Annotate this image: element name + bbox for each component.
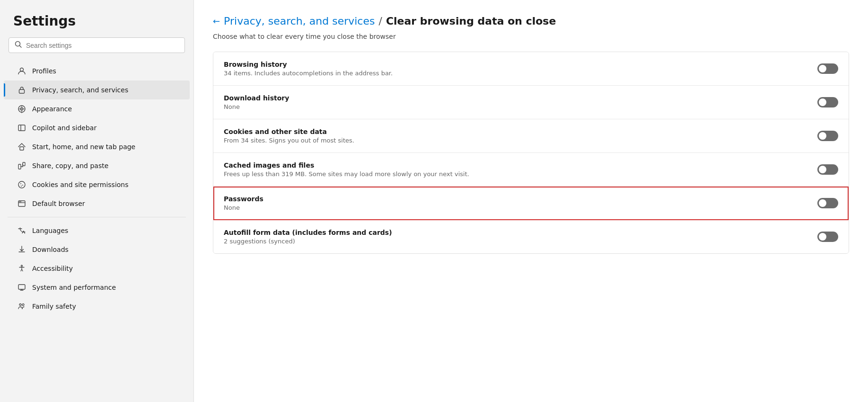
svg-point-18 (20, 201, 21, 202)
home-icon (17, 142, 26, 152)
system-icon (17, 283, 26, 292)
svg-rect-9 (18, 164, 21, 169)
svg-rect-20 (18, 285, 25, 289)
nav-list: Profiles Privacy, search, and services A… (0, 62, 193, 316)
settings-list: Browsing history 34 items. Includes auto… (213, 52, 849, 254)
setting-desc-browsing-history: 34 items. Includes autocompletions in th… (224, 70, 806, 77)
cookies-icon (17, 180, 26, 189)
setting-row-autofill: Autofill form data (includes forms and c… (213, 220, 849, 253)
sidebar-item-label: Privacy, search, and services (32, 86, 128, 94)
appearance-icon (17, 104, 26, 114)
sidebar-item-appearance[interactable]: Appearance (4, 99, 190, 118)
setting-desc-autofill: 2 suggestions (synced) (224, 238, 806, 245)
sidebar-item-label: System and performance (32, 284, 116, 291)
sidebar-item-copilot[interactable]: Copilot and sidebar (4, 118, 190, 137)
sidebar-item-label: Start, home, and new tab page (32, 143, 135, 151)
sidebar-item-downloads[interactable]: Downloads (4, 240, 190, 259)
svg-rect-3 (19, 89, 25, 93)
svg-point-17 (19, 201, 20, 202)
sidebar-item-label: Languages (32, 227, 68, 234)
svg-rect-6 (18, 125, 25, 131)
sidebar-item-languages[interactable]: Languages (4, 221, 190, 240)
sidebar-title: Settings (0, 13, 193, 37)
nav-divider (8, 217, 186, 217)
setting-row-cached-images: Cached images and files Frees up less th… (213, 153, 849, 187)
sidebar-item-default-browser[interactable]: Default browser (4, 194, 190, 213)
toggle-slider-download-history (817, 97, 838, 107)
setting-title-passwords: Passwords (224, 195, 806, 203)
svg-line-1 (20, 46, 22, 48)
sidebar-icon (17, 123, 26, 133)
toggle-browsing-history[interactable] (817, 63, 838, 74)
search-box[interactable] (9, 37, 185, 53)
toggle-slider-browsing-history (817, 63, 838, 74)
toggle-slider-passwords (817, 198, 838, 208)
sidebar-item-family[interactable]: Family safety (4, 297, 190, 316)
sidebar-item-cookies[interactable]: Cookies and site permissions (4, 175, 190, 194)
svg-rect-8 (20, 147, 24, 150)
toggle-slider-autofill (817, 232, 838, 242)
toggle-cached-images[interactable] (817, 164, 838, 175)
sidebar-item-system[interactable]: System and performance (4, 278, 190, 297)
sidebar-item-label: Appearance (32, 105, 72, 113)
downloads-icon (17, 245, 26, 254)
page-subtitle: Choose what to clear every time you clos… (213, 33, 849, 40)
toggle-cookies-site-data[interactable] (817, 131, 838, 141)
setting-desc-download-history: None (224, 103, 806, 110)
search-input[interactable] (26, 42, 179, 49)
setting-title-autofill: Autofill form data (includes forms and c… (224, 229, 806, 236)
sidebar-item-label: Share, copy, and paste (32, 162, 108, 170)
toggle-slider-cookies-site-data (817, 131, 838, 141)
svg-rect-10 (23, 162, 25, 166)
main-content: ← Privacy, search, and services / Clear … (194, 0, 868, 402)
search-icon (15, 41, 22, 50)
sidebar-item-label: Cookies and site permissions (32, 181, 129, 188)
breadcrumb-separator: / (378, 15, 382, 27)
lock-icon (17, 85, 26, 95)
toggle-download-history[interactable] (817, 97, 838, 107)
profile-icon (17, 66, 26, 76)
setting-info-download-history: Download history None (224, 94, 806, 110)
browser-icon (17, 199, 26, 208)
toggle-autofill[interactable] (817, 232, 838, 242)
sidebar-item-profiles[interactable]: Profiles (4, 62, 190, 80)
setting-row-cookies-site-data: Cookies and other site data From 34 site… (213, 119, 849, 153)
setting-desc-cached-images: Frees up less than 319 MB. Some sites ma… (224, 170, 806, 178)
sidebar-item-label: Accessibility (32, 265, 73, 272)
toggle-passwords[interactable] (817, 198, 838, 208)
setting-row-passwords: Passwords None (213, 187, 849, 220)
svg-point-19 (21, 265, 23, 267)
breadcrumb-parent-link[interactable]: Privacy, search, and services (224, 15, 375, 27)
setting-info-cookies-site-data: Cookies and other site data From 34 site… (224, 128, 806, 144)
svg-point-22 (22, 304, 24, 306)
setting-row-download-history: Download history None (213, 86, 849, 119)
breadcrumb-back-button[interactable]: ← (213, 16, 220, 26)
setting-title-browsing-history: Browsing history (224, 61, 806, 68)
languages-icon (17, 226, 26, 235)
sidebar-item-label: Downloads (32, 246, 69, 253)
svg-point-14 (21, 186, 22, 187)
family-icon (17, 302, 26, 311)
svg-point-2 (20, 68, 24, 71)
setting-title-cached-images: Cached images and files (224, 161, 806, 169)
sidebar-item-label: Copilot and sidebar (32, 124, 96, 132)
svg-point-12 (20, 183, 21, 184)
setting-title-download-history: Download history (224, 94, 806, 102)
sidebar-item-start-home[interactable]: Start, home, and new tab page (4, 137, 190, 156)
toggle-slider-cached-images (817, 164, 838, 175)
sidebar-item-label: Family safety (32, 303, 76, 310)
sidebar-item-label: Profiles (32, 67, 56, 75)
sidebar-item-privacy[interactable]: Privacy, search, and services (4, 80, 190, 99)
sidebar: Settings Profiles Privacy, search, and s… (0, 0, 194, 402)
setting-title-cookies-site-data: Cookies and other site data (224, 128, 806, 135)
setting-desc-cookies-site-data: From 34 sites. Signs you out of most sit… (224, 137, 806, 144)
share-icon (17, 161, 26, 170)
svg-point-21 (19, 304, 21, 306)
setting-info-autofill: Autofill form data (includes forms and c… (224, 229, 806, 245)
setting-desc-passwords: None (224, 204, 806, 211)
sidebar-item-accessibility[interactable]: Accessibility (4, 259, 190, 278)
setting-row-browsing-history: Browsing history 34 items. Includes auto… (213, 52, 849, 86)
breadcrumb: ← Privacy, search, and services / Clear … (213, 15, 849, 27)
accessibility-icon (17, 264, 26, 273)
sidebar-item-share-copy[interactable]: Share, copy, and paste (4, 156, 190, 175)
